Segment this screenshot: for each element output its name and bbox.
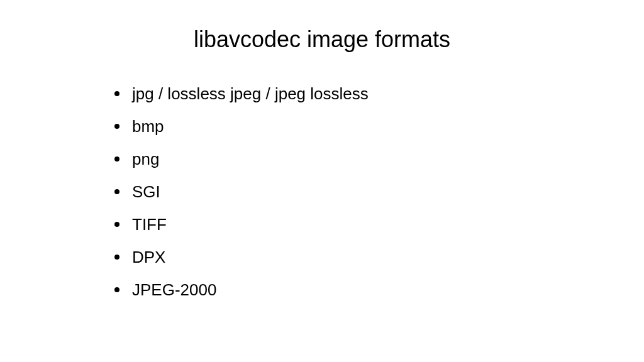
bullet-icon: [114, 189, 119, 194]
list-item: bmp: [114, 118, 644, 134]
list-item: jpg / lossless jpeg / jpeg lossless: [114, 85, 644, 102]
list-item-label: png: [132, 150, 159, 168]
list-item-label: DPX: [132, 248, 165, 266]
list-item-label: TIFF: [132, 215, 167, 234]
list-item-label: bmp: [132, 117, 164, 136]
list-item: TIFF: [114, 216, 644, 233]
list-item: JPEG-2000: [114, 282, 644, 298]
list-item: png: [114, 151, 644, 167]
list-item-label: JPEG-2000: [132, 280, 216, 299]
slide: libavcodec image formats jpg / lossless …: [0, 0, 644, 362]
format-list: jpg / lossless jpeg / jpeg lossless bmp …: [0, 85, 644, 298]
bullet-icon: [114, 124, 119, 129]
bullet-icon: [114, 287, 119, 292]
list-item: DPX: [114, 249, 644, 265]
slide-title: libavcodec image formats: [0, 26, 644, 53]
list-item: SGI: [114, 184, 644, 200]
bullet-icon: [114, 255, 119, 260]
list-item-label: SGI: [132, 182, 160, 201]
bullet-icon: [114, 156, 119, 162]
bullet-icon: [114, 91, 119, 96]
list-item-label: jpg / lossless jpeg / jpeg lossless: [132, 84, 369, 103]
bullet-icon: [114, 222, 119, 227]
